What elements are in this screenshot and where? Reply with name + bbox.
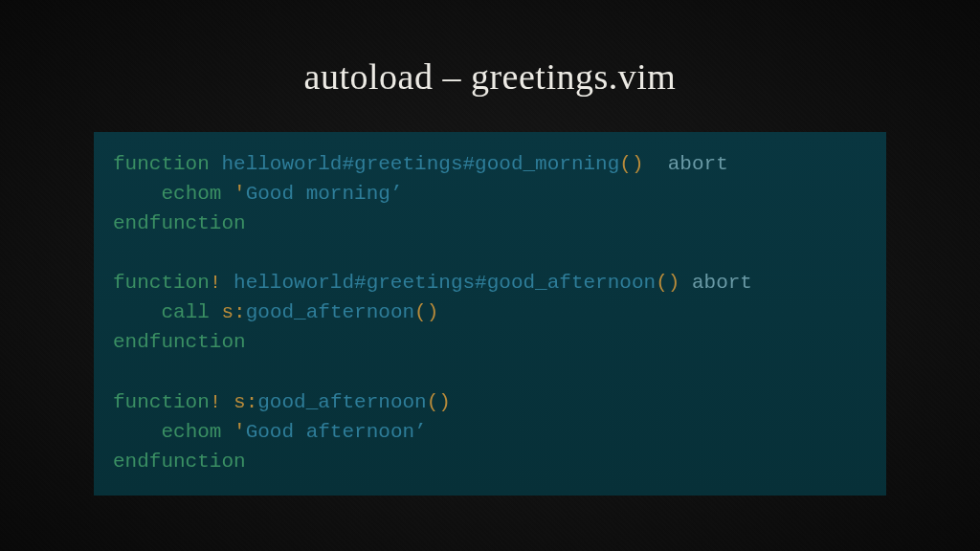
slide-title: autoload – greetings.vim (304, 55, 677, 98)
slide: autoload – greetings.vim function hellow… (0, 0, 980, 551)
func-name: good_afternoon (257, 391, 426, 413)
code-line-11: endfunction (113, 451, 246, 473)
scope-prefix: s: (234, 391, 257, 413)
keyword-call: call (161, 301, 209, 323)
quote-open: ' (234, 183, 246, 205)
keyword-abort: abort (668, 153, 728, 175)
func-name: helloworld#greetings#good_morning (221, 153, 619, 175)
paren-close: ) (668, 272, 680, 294)
code-line-7: endfunction (113, 331, 246, 353)
paren-close: ) (427, 301, 439, 323)
quote-close: ’ (390, 183, 403, 205)
quote-close: ’ (414, 421, 427, 443)
code-line-10: echom 'Good afternoon’ (113, 421, 427, 443)
quote-open: ' (234, 421, 246, 443)
code-line-1: function helloworld#greetings#good_morni… (113, 153, 728, 175)
keyword-endfunction: endfunction (113, 451, 246, 473)
keyword-function: function (113, 272, 210, 294)
keyword-endfunction: endfunction (113, 212, 246, 234)
bang: ! (210, 272, 222, 294)
code-line-6: call s:good_afternoon() (113, 301, 438, 323)
scope-prefix: s: (221, 301, 245, 323)
keyword-endfunction: endfunction (113, 331, 246, 353)
string-literal: Good afternoon (246, 421, 414, 443)
paren-open: ( (656, 272, 668, 294)
string-literal: Good morning (246, 183, 390, 205)
paren-open: ( (427, 391, 439, 413)
keyword-abort: abort (692, 272, 752, 294)
func-name: good_afternoon (246, 301, 414, 323)
code-block: function helloworld#greetings#good_morni… (94, 132, 886, 496)
keyword-function: function (113, 391, 210, 413)
paren-close: ) (632, 153, 644, 175)
paren-close: ) (438, 391, 451, 413)
keyword-function: function (113, 153, 210, 175)
keyword-echom: echom (161, 183, 221, 205)
code-line-3: endfunction (113, 212, 246, 234)
paren-open: ( (414, 301, 427, 323)
paren-open: ( (619, 153, 632, 175)
code-line-5: function! helloworld#greetings#good_afte… (113, 272, 752, 294)
code-line-2: echom 'Good morning’ (113, 183, 403, 205)
code-line-9: function! s:good_afternoon() (113, 391, 451, 413)
keyword-echom: echom (161, 421, 221, 443)
func-name: helloworld#greetings#good_afternoon (234, 272, 656, 294)
bang: ! (210, 391, 222, 413)
